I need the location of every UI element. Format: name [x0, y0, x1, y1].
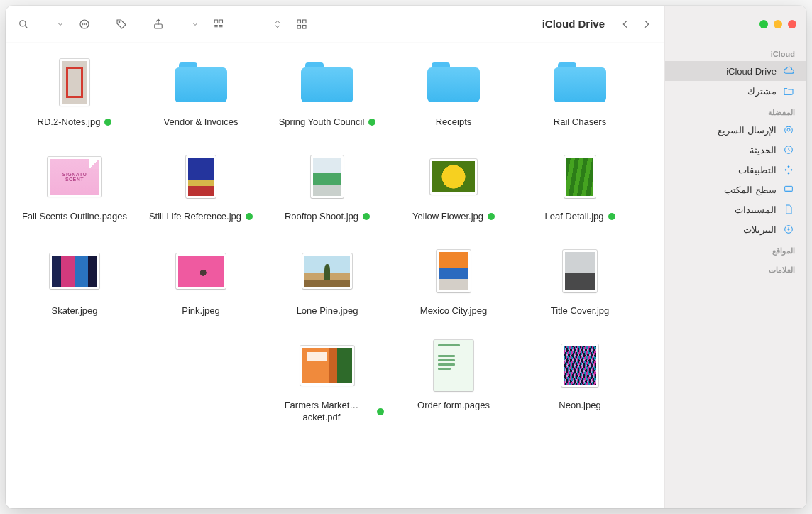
sidebar-item-applications[interactable]: التطبيقات	[665, 160, 806, 180]
file-caption: Yellow Flower.jpg	[412, 211, 495, 223]
file-name: Mexico City.jpeg	[420, 305, 487, 317]
view-menu-chevron[interactable]	[186, 16, 204, 33]
sidebar-item-label: الحديثة	[676, 145, 777, 155]
sidebar-section-icloud: iCloud	[665, 43, 806, 61]
svg-rect-16	[297, 25, 301, 28]
file-item[interactable]: Rail Chasers	[517, 54, 643, 128]
sort-toggle-button[interactable]	[268, 16, 287, 33]
main-area: iCloud Drive RD.2-Notes.jpgVendor & Invo…	[6, 6, 664, 508]
file-caption: Rooftop Shoot.jpg	[285, 211, 370, 223]
document-icon	[782, 203, 795, 216]
file-item[interactable]: Rooftop Shoot.jpg	[264, 148, 390, 223]
sidebar-item-shared[interactable]: مشترك	[665, 81, 806, 101]
image-thumbnail	[50, 253, 99, 289]
traffic-lights	[759, 20, 796, 28]
image-thumbnail	[186, 155, 216, 198]
sidebar: iCloud iCloud Drive مشترك المفضلة الإرسا…	[664, 6, 806, 508]
action-menu-button[interactable]	[75, 16, 94, 33]
file-thumbnail	[169, 54, 233, 111]
file-item[interactable]: Receipts	[390, 54, 517, 128]
file-caption: Title Cover.jpg	[551, 305, 610, 317]
toolbar: iCloud Drive	[6, 6, 664, 43]
file-item[interactable]: Skater.jpeg	[11, 243, 138, 317]
download-icon	[782, 223, 795, 236]
tag-dot-icon	[488, 213, 495, 220]
image-thumbnail	[300, 346, 354, 386]
tag-dot-icon	[363, 213, 370, 220]
file-thumbnail	[422, 337, 485, 394]
file-item[interactable]: Order form.pages	[390, 337, 517, 424]
sidebar-item-desktop[interactable]: سطح المكتب	[665, 180, 806, 199]
file-caption: Neon.jpeg	[559, 400, 600, 412]
image-thumbnail	[563, 250, 597, 292]
file-thumbnail	[422, 148, 485, 205]
action-menu-chevron[interactable]	[51, 16, 70, 33]
file-caption: Still Life Reference.jpg	[149, 211, 253, 223]
sidebar-item-downloads[interactable]: التنزيلات	[665, 219, 806, 239]
file-item[interactable]: Still Life Reference.jpg	[138, 148, 264, 223]
window-title: iCloud Drive	[542, 18, 605, 30]
file-thumbnail	[422, 243, 485, 300]
desktop-icon	[782, 183, 795, 196]
file-name: RD.2-Notes.jpg	[38, 116, 101, 128]
share-button[interactable]	[149, 16, 168, 33]
sidebar-item-documents[interactable]: المستندات	[665, 199, 806, 219]
file-name: Fall Scents Outline.pages	[22, 211, 127, 223]
file-name: Order form.pages	[417, 400, 490, 412]
group-by-button[interactable]	[210, 16, 229, 33]
svg-rect-17	[303, 25, 307, 28]
file-grid: RD.2-Notes.jpgVendor & InvoicesSpring Yo…	[11, 54, 659, 423]
file-name: Vendor & Invoices	[164, 116, 238, 128]
image-thumbnail	[302, 253, 352, 289]
sidebar-item-icloud-drive[interactable]: iCloud Drive	[665, 61, 806, 81]
file-item[interactable]: Pink.jpeg	[138, 243, 264, 317]
tags-button[interactable]	[112, 16, 131, 33]
grid-blank	[138, 337, 264, 424]
image-thumbnail	[564, 155, 596, 198]
file-item[interactable]: Farmers Market…acket.pdf	[264, 337, 390, 424]
window-controls-area	[665, 6, 806, 43]
svg-point-7	[82, 23, 84, 25]
file-item[interactable]: Leaf Detail.jpg	[517, 148, 643, 223]
file-caption: Pink.jpeg	[182, 305, 219, 317]
content-scroll[interactable]: RD.2-Notes.jpgVendor & InvoicesSpring Yo…	[6, 43, 664, 508]
folder-icon	[554, 62, 606, 102]
file-name: Receipts	[436, 116, 472, 128]
minimize-window-button[interactable]	[774, 20, 782, 28]
nav-back-button[interactable]	[616, 16, 635, 33]
folder-icon	[427, 62, 480, 102]
search-button[interactable]	[14, 16, 33, 33]
file-item[interactable]: Spring Youth Council	[264, 54, 390, 128]
finder-window: iCloud iCloud Drive مشترك المفضلة الإرسا…	[6, 6, 806, 508]
file-caption: Vendor & Invoices	[164, 116, 238, 128]
file-name: Rail Chasers	[554, 116, 606, 128]
file-item[interactable]: Mexico City.jpeg	[390, 243, 517, 317]
file-item[interactable]: RD.2-Notes.jpg	[11, 54, 138, 128]
file-item[interactable]: Title Cover.jpg	[517, 243, 643, 317]
maximize-window-button[interactable]	[759, 20, 768, 28]
nav-forward-button[interactable]	[637, 16, 656, 33]
sidebar-item-recents[interactable]: الحديثة	[665, 140, 806, 160]
cloud-icon	[782, 65, 795, 77]
sidebar-section-tags: العلامات	[665, 258, 806, 278]
sidebar-item-label: الإرسال السريع	[676, 125, 777, 136]
file-item[interactable]: Vendor & Invoices	[138, 54, 264, 128]
file-item[interactable]: Yellow Flower.jpg	[390, 148, 517, 223]
file-caption: Mexico City.jpeg	[420, 305, 487, 317]
file-item[interactable]: SIGNATUSCENTFall Scents Outline.pages	[11, 148, 138, 223]
file-caption: Rail Chasers	[554, 116, 606, 128]
file-caption: Order form.pages	[417, 400, 490, 412]
file-item[interactable]: Neon.jpeg	[517, 337, 643, 424]
sidebar-item-label: iCloud Drive	[676, 66, 777, 77]
file-item[interactable]: Lone Pine.jpeg	[264, 243, 390, 317]
svg-rect-14	[297, 20, 301, 23]
file-name: Farmers Market…acket.pdf	[270, 400, 373, 424]
svg-point-10	[119, 21, 120, 23]
view-as-icons-button[interactable]	[292, 16, 311, 33]
svg-rect-11	[155, 24, 163, 28]
sidebar-item-airdrop[interactable]: الإرسال السريع	[665, 120, 806, 140]
file-name: Skater.jpeg	[51, 305, 97, 317]
shared-folder-icon	[782, 84, 795, 97]
file-thumbnail	[548, 243, 612, 300]
close-window-button[interactable]	[788, 20, 796, 28]
